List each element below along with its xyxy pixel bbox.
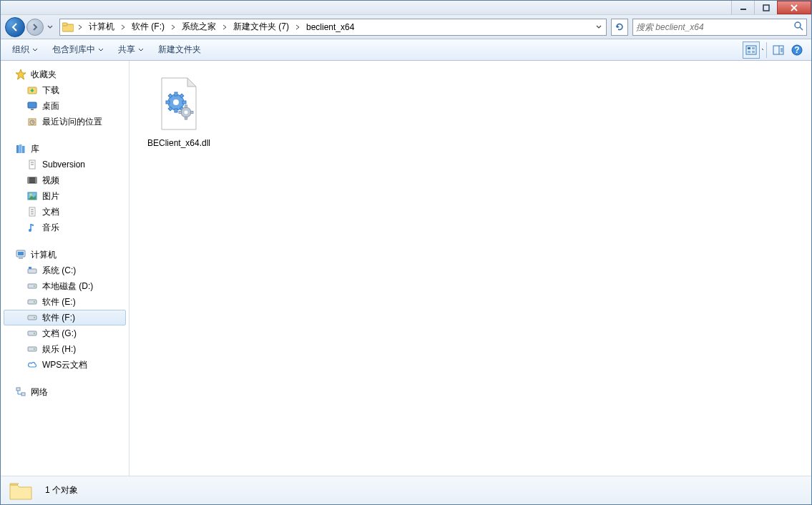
svg-rect-69 [191, 112, 194, 114]
tree-item-label: 文档 [42, 206, 59, 218]
tree-item-drive-f[interactable]: 软件 (F:) [4, 310, 126, 325]
tree-item-label: 视频 [42, 175, 59, 187]
share-button[interactable]: 共享 [112, 42, 150, 58]
svg-rect-9 [748, 51, 750, 53]
computer-label: 计算机 [31, 249, 57, 261]
arrow-left-icon [10, 22, 20, 32]
tree-item-label: 本地磁盘 (D:) [42, 280, 93, 293]
minimize-button[interactable] [731, 1, 754, 14]
svg-rect-41 [29, 267, 31, 269]
svg-rect-39 [19, 258, 23, 259]
refresh-button[interactable] [611, 19, 628, 36]
tree-item-drive-g[interactable]: 文档 (G:) [1, 325, 129, 341]
breadcrumb-sep[interactable] [119, 20, 127, 34]
svg-rect-40 [28, 269, 36, 273]
preview-pane-button[interactable] [770, 41, 787, 59]
tree-item-pictures[interactable]: 图片 [1, 188, 129, 204]
breadcrumb-sep[interactable] [220, 20, 229, 34]
tree-item-drive-c[interactable]: 系统 (C:) [1, 263, 129, 278]
picture-icon [26, 190, 38, 202]
breadcrumb-sep[interactable] [169, 20, 177, 34]
chevron-down-icon [138, 48, 144, 52]
svg-rect-1 [763, 5, 769, 11]
network-label: 网络 [31, 386, 48, 398]
breadcrumb-sep[interactable] [76, 20, 84, 34]
drive-icon [26, 312, 38, 323]
breadcrumb-folder-1[interactable]: 系统之家 [179, 20, 219, 34]
maximize-button[interactable] [754, 1, 777, 14]
drive-icon [26, 296, 38, 308]
tree-item-documents[interactable]: 文档 [1, 204, 129, 220]
include-button[interactable]: 包含到库中 [47, 42, 109, 58]
svg-rect-22 [19, 144, 22, 153]
breadcrumb-sep[interactable] [293, 20, 302, 34]
navigation-pane: 收藏夹 下载 桌面 最近访问的位置 库 [1, 61, 129, 476]
chevron-down-icon [761, 48, 763, 52]
help-button[interactable]: ? [788, 41, 806, 59]
back-button[interactable] [5, 17, 25, 37]
help-icon: ? [791, 44, 803, 56]
file-list[interactable]: BEClient_x64.dll [129, 61, 811, 476]
tree-computer: 计算机 系统 (C:) 本地磁盘 (D:) 软件 (E:) 软件 (F:) [1, 247, 129, 373]
tree-item-subversion[interactable]: Subversion [1, 157, 129, 172]
svg-rect-29 [35, 177, 36, 183]
svg-rect-23 [22, 146, 25, 153]
preview-pane-icon [773, 45, 784, 55]
favorites-head[interactable]: 收藏夹 [1, 67, 129, 82]
tree-item-label: 软件 (E:) [42, 296, 76, 308]
address-dropdown[interactable] [593, 25, 605, 29]
organize-button[interactable]: 组织 [6, 42, 44, 58]
status-bar: 1 个对象 [1, 476, 811, 504]
svg-rect-53 [21, 393, 25, 396]
dll-file-icon [156, 75, 202, 132]
search-input[interactable] [636, 22, 793, 32]
breadcrumb-computer[interactable]: 计算机 [86, 20, 117, 34]
svg-point-65 [185, 111, 188, 114]
svg-rect-28 [28, 177, 29, 183]
close-button[interactable] [777, 1, 811, 14]
tree-item-label: 音乐 [42, 222, 59, 234]
breadcrumb-drive-f[interactable]: 软件 (F:) [129, 20, 167, 34]
view-dropdown[interactable] [761, 42, 767, 58]
tree-item-drive-d[interactable]: 本地磁盘 (D:) [1, 278, 129, 294]
svg-rect-3 [62, 23, 67, 26]
breadcrumb-current[interactable]: beclient_x64 [303, 20, 357, 34]
forward-button[interactable] [26, 19, 44, 36]
newfolder-button[interactable]: 新建文件夹 [152, 42, 207, 58]
tree-item-wps-cloud[interactable]: WPS云文档 [1, 357, 129, 373]
tree-item-downloads[interactable]: 下载 [1, 82, 129, 98]
tree-item-desktop[interactable]: 桌面 [1, 98, 129, 114]
tree-item-label: 桌面 [42, 100, 59, 112]
tree-item-videos[interactable]: 视频 [1, 172, 129, 188]
svg-rect-21 [16, 145, 19, 153]
toolbar: 组织 包含到库中 共享 新建文件夹 [1, 39, 811, 61]
file-item[interactable]: BEClient_x64.dll [140, 71, 218, 152]
tree-item-drive-h[interactable]: 娱乐 (H:) [1, 341, 129, 357]
svg-rect-18 [31, 109, 34, 110]
libraries-head[interactable]: 库 [1, 141, 129, 157]
breadcrumb-folder-2[interactable]: 新建文件夹 (7) [230, 20, 292, 34]
folder-icon [62, 21, 74, 34]
tree-item-drive-e[interactable]: 软件 (E:) [1, 294, 129, 310]
computer-head[interactable]: 计算机 [1, 247, 129, 263]
search-box[interactable] [632, 19, 807, 36]
drive-icon [26, 280, 38, 292]
status-count: 1 个对象 [45, 484, 78, 496]
view-mode-button[interactable] [743, 41, 760, 59]
svg-rect-46 [28, 315, 36, 320]
svg-point-55 [173, 99, 179, 105]
toolbar-right: ? [743, 41, 806, 59]
address-bar[interactable]: 计算机 软件 (F:) 系统之家 新建文件夹 (7) beclient_x64 [59, 19, 607, 36]
svg-rect-38 [18, 252, 24, 255]
tree-item-recent[interactable]: 最近访问的位置 [1, 114, 129, 129]
svg-rect-59 [182, 101, 186, 104]
svg-point-36 [29, 229, 31, 232]
svg-rect-8 [752, 47, 755, 49]
nav-history-dropdown[interactable] [45, 19, 55, 36]
address-row: 计算机 软件 (F:) 系统之家 新建文件夹 (7) beclient_x64 [1, 15, 811, 39]
folder-icon [8, 479, 34, 502]
tree-item-label: 娱乐 (H:) [42, 343, 76, 356]
network-head[interactable]: 网络 [1, 384, 129, 400]
libraries-label: 库 [31, 143, 39, 155]
tree-item-music[interactable]: 音乐 [1, 220, 129, 235]
